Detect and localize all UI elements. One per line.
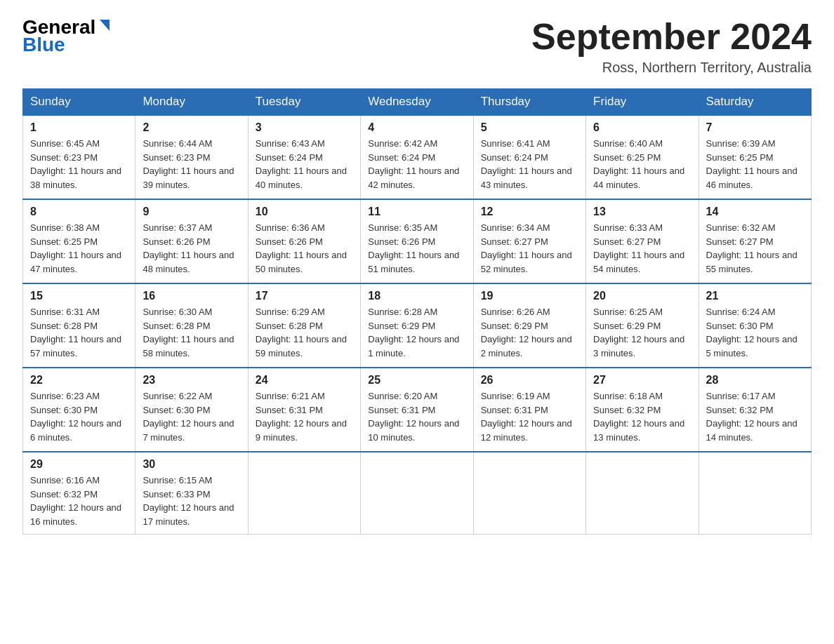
calendar-cell: 23 Sunrise: 6:22 AMSunset: 6:30 PMDaylig… [135, 368, 248, 452]
day-info: Sunrise: 6:38 AMSunset: 6:25 PMDaylight:… [30, 222, 121, 274]
header-day-thursday: Thursday [473, 89, 585, 116]
header-day-tuesday: Tuesday [248, 89, 360, 116]
day-number: 12 [481, 206, 578, 218]
day-info: Sunrise: 6:18 AMSunset: 6:32 PMDaylight:… [593, 391, 684, 443]
calendar-cell: 3 Sunrise: 6:43 AMSunset: 6:24 PMDayligh… [248, 115, 360, 199]
day-number: 14 [706, 206, 804, 218]
calendar-body: 1 Sunrise: 6:45 AMSunset: 6:23 PMDayligh… [23, 115, 812, 535]
calendar-cell: 20 Sunrise: 6:25 AMSunset: 6:29 PMDaylig… [586, 283, 699, 368]
day-info: Sunrise: 6:44 AMSunset: 6:23 PMDaylight:… [143, 138, 234, 190]
day-number: 6 [593, 121, 691, 134]
day-number: 3 [256, 121, 353, 134]
logo-text-blue: Blue [22, 34, 65, 56]
day-info: Sunrise: 6:45 AMSunset: 6:23 PMDaylight:… [30, 138, 121, 190]
calendar-cell [586, 452, 699, 535]
day-number: 27 [593, 374, 691, 387]
calendar-cell: 13 Sunrise: 6:33 AMSunset: 6:27 PMDaylig… [586, 199, 699, 283]
calendar-cell: 14 Sunrise: 6:32 AMSunset: 6:27 PMDaylig… [699, 199, 811, 283]
day-info: Sunrise: 6:32 AMSunset: 6:27 PMDaylight:… [706, 222, 797, 274]
header-day-saturday: Saturday [699, 89, 811, 116]
day-info: Sunrise: 6:21 AMSunset: 6:31 PMDaylight:… [256, 391, 347, 443]
day-info: Sunrise: 6:39 AMSunset: 6:25 PMDaylight:… [706, 138, 797, 190]
day-number: 30 [143, 458, 240, 471]
calendar-cell [699, 452, 811, 535]
day-number: 2 [143, 121, 240, 134]
week-row-3: 15 Sunrise: 6:31 AMSunset: 6:28 PMDaylig… [23, 283, 812, 368]
day-number: 18 [368, 290, 465, 302]
calendar-cell: 2 Sunrise: 6:44 AMSunset: 6:23 PMDayligh… [135, 115, 248, 199]
week-row-2: 8 Sunrise: 6:38 AMSunset: 6:25 PMDayligh… [23, 199, 812, 283]
day-number: 4 [368, 121, 465, 134]
calendar-cell: 9 Sunrise: 6:37 AMSunset: 6:26 PMDayligh… [135, 199, 248, 283]
day-info: Sunrise: 6:24 AMSunset: 6:30 PMDaylight:… [706, 307, 797, 358]
calendar-cell: 16 Sunrise: 6:30 AMSunset: 6:28 PMDaylig… [135, 283, 248, 368]
day-number: 7 [706, 121, 804, 134]
calendar-cell: 15 Sunrise: 6:31 AMSunset: 6:28 PMDaylig… [23, 283, 135, 368]
day-info: Sunrise: 6:40 AMSunset: 6:25 PMDaylight:… [593, 138, 684, 190]
day-info: Sunrise: 6:28 AMSunset: 6:29 PMDaylight:… [368, 307, 459, 358]
header-day-wednesday: Wednesday [361, 89, 473, 116]
calendar-header: SundayMondayTuesdayWednesdayThursdayFrid… [23, 89, 812, 116]
header-day-friday: Friday [586, 89, 699, 116]
day-info: Sunrise: 6:41 AMSunset: 6:24 PMDaylight:… [481, 138, 572, 190]
calendar-cell: 27 Sunrise: 6:18 AMSunset: 6:32 PMDaylig… [586, 368, 699, 452]
week-row-4: 22 Sunrise: 6:23 AMSunset: 6:30 PMDaylig… [23, 368, 812, 452]
day-number: 28 [706, 374, 804, 387]
day-info: Sunrise: 6:35 AMSunset: 6:26 PMDaylight:… [368, 222, 459, 274]
calendar-cell: 19 Sunrise: 6:26 AMSunset: 6:29 PMDaylig… [473, 283, 585, 368]
day-number: 10 [256, 206, 353, 218]
week-row-5: 29 Sunrise: 6:16 AMSunset: 6:32 PMDaylig… [23, 452, 812, 535]
calendar-cell: 30 Sunrise: 6:15 AMSunset: 6:33 PMDaylig… [135, 452, 248, 535]
calendar-cell: 21 Sunrise: 6:24 AMSunset: 6:30 PMDaylig… [699, 283, 811, 368]
day-info: Sunrise: 6:43 AMSunset: 6:24 PMDaylight:… [256, 138, 347, 190]
calendar-cell [248, 452, 360, 535]
day-number: 17 [256, 290, 353, 302]
calendar-cell [473, 452, 585, 535]
day-info: Sunrise: 6:23 AMSunset: 6:30 PMDaylight:… [30, 391, 121, 443]
calendar-cell: 1 Sunrise: 6:45 AMSunset: 6:23 PMDayligh… [23, 115, 135, 199]
day-info: Sunrise: 6:22 AMSunset: 6:30 PMDaylight:… [143, 391, 234, 443]
header-day-sunday: Sunday [23, 89, 135, 116]
calendar-cell [361, 452, 473, 535]
page-header: General Blue September 2024 Ross, Northe… [22, 17, 812, 76]
calendar-cell: 11 Sunrise: 6:35 AMSunset: 6:26 PMDaylig… [361, 199, 473, 283]
day-info: Sunrise: 6:26 AMSunset: 6:29 PMDaylight:… [481, 307, 572, 358]
day-number: 16 [143, 290, 240, 302]
day-info: Sunrise: 6:16 AMSunset: 6:32 PMDaylight:… [30, 475, 121, 527]
calendar-cell: 26 Sunrise: 6:19 AMSunset: 6:31 PMDaylig… [473, 368, 585, 452]
day-info: Sunrise: 6:33 AMSunset: 6:27 PMDaylight:… [593, 222, 684, 274]
day-number: 26 [481, 374, 578, 387]
day-number: 5 [481, 121, 578, 134]
svg-marker-0 [100, 20, 110, 31]
calendar-cell: 29 Sunrise: 6:16 AMSunset: 6:32 PMDaylig… [23, 452, 135, 535]
calendar-cell: 25 Sunrise: 6:20 AMSunset: 6:31 PMDaylig… [361, 368, 473, 452]
calendar-table: SundayMondayTuesdayWednesdayThursdayFrid… [22, 88, 812, 535]
day-number: 29 [30, 458, 128, 471]
day-info: Sunrise: 6:30 AMSunset: 6:28 PMDaylight:… [143, 307, 234, 358]
month-title: September 2024 [531, 17, 812, 57]
calendar-cell: 24 Sunrise: 6:21 AMSunset: 6:31 PMDaylig… [248, 368, 360, 452]
day-number: 1 [30, 121, 128, 134]
day-info: Sunrise: 6:15 AMSunset: 6:33 PMDaylight:… [143, 475, 234, 527]
calendar-cell: 12 Sunrise: 6:34 AMSunset: 6:27 PMDaylig… [473, 199, 585, 283]
day-number: 22 [30, 374, 128, 387]
calendar-cell: 6 Sunrise: 6:40 AMSunset: 6:25 PMDayligh… [586, 115, 699, 199]
day-number: 15 [30, 290, 128, 302]
calendar-cell: 18 Sunrise: 6:28 AMSunset: 6:29 PMDaylig… [361, 283, 473, 368]
location-title: Ross, Northern Territory, Australia [531, 60, 812, 76]
day-number: 21 [706, 290, 804, 302]
calendar-cell: 10 Sunrise: 6:36 AMSunset: 6:26 PMDaylig… [248, 199, 360, 283]
logo-arrow-icon [97, 18, 112, 34]
day-number: 24 [256, 374, 353, 387]
day-info: Sunrise: 6:42 AMSunset: 6:24 PMDaylight:… [368, 138, 459, 190]
day-number: 13 [593, 206, 691, 218]
day-number: 11 [368, 206, 465, 218]
day-number: 9 [143, 206, 240, 218]
calendar-cell: 4 Sunrise: 6:42 AMSunset: 6:24 PMDayligh… [361, 115, 473, 199]
day-info: Sunrise: 6:25 AMSunset: 6:29 PMDaylight:… [593, 307, 684, 358]
day-number: 20 [593, 290, 691, 302]
calendar-cell: 5 Sunrise: 6:41 AMSunset: 6:24 PMDayligh… [473, 115, 585, 199]
calendar-cell: 7 Sunrise: 6:39 AMSunset: 6:25 PMDayligh… [699, 115, 811, 199]
day-number: 19 [481, 290, 578, 302]
day-number: 23 [143, 374, 240, 387]
